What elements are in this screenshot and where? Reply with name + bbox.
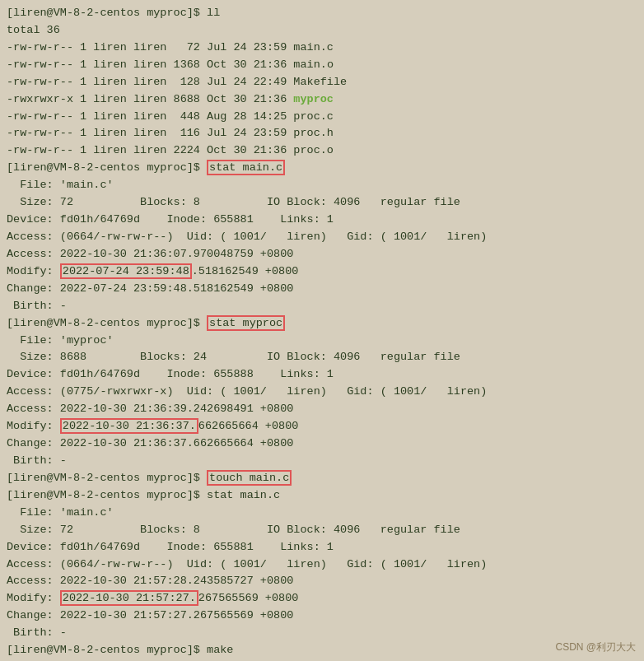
line-1: [liren@VM-8-2-centos myproc]$ ll [7, 5, 637, 22]
line-20: File: 'myproc' [7, 333, 637, 350]
line-29: [liren@VM-8-2-centos myproc]$ stat main.… [7, 487, 637, 505]
line-10: [liren@VM-8-2-centos myproc]$ stat main.… [7, 160, 637, 177]
myproc-filename: myproc [293, 93, 334, 105]
cmd-stat-mainc: stat main.c [207, 160, 285, 175]
modify-time-mainc-2: 2022-10-30 21:57:27. [60, 590, 198, 606]
line-24: Access: 2022-10-30 21:36:39.242698491 +0… [7, 401, 637, 418]
line-9: -rw-rw-r-- 1 liren liren 2224 Oct 30 21:… [7, 142, 637, 160]
modify-time-myproc: 2022-10-30 21:36:37. [60, 418, 198, 434]
line-17: Change: 2022-07-24 23:59:48.518162549 +0… [7, 281, 637, 298]
line-4: -rw-rw-r-- 1 liren liren 1368 Oct 30 21:… [7, 57, 637, 74]
terminal-window: [liren@VM-8-2-centos myproc]$ ll total 3… [0, 0, 644, 661]
line-25: Modify: 2022-10-30 21:36:37.662665664 +0… [7, 418, 637, 435]
line-33: Access: (0664/-rw-rw-r--) Uid: ( 1001/ l… [7, 556, 637, 574]
line-19: [liren@VM-8-2-centos myproc]$ stat mypro… [7, 315, 637, 333]
line-22: Device: fd01h/64769d Inode: 655888 Links… [7, 366, 637, 384]
line-11: File: 'main.c' [7, 177, 637, 194]
line-18: Birth: - [7, 298, 637, 315]
line-13: Device: fd01h/64769d Inode: 655881 Links… [7, 212, 637, 229]
line-5: -rw-rw-r-- 1 liren liren 128 Jul 24 22:4… [7, 74, 637, 91]
line-2: total 36 [7, 22, 637, 40]
line-15: Access: 2022-10-30 21:36:07.970048759 +0… [7, 246, 637, 263]
modify-time-mainc-1: 2022-07-24 23:59:48 [60, 263, 192, 279]
line-8: -rw-rw-r-- 1 liren liren 116 Jul 24 23:5… [7, 125, 637, 142]
line-30: File: 'main.c' [7, 505, 637, 522]
line-31: Size: 72 Blocks: 8 IO Block: 4096 regula… [7, 522, 637, 539]
line-14: Access: (0664/-rw-rw-r--) Uid: ( 1001/ l… [7, 229, 637, 246]
watermark: CSDN @利刃大大 [555, 640, 636, 654]
oct-text: Oct [207, 58, 226, 71]
line-37: Birth: - [7, 625, 637, 642]
cmd-stat-myproc: stat myproc [207, 315, 285, 331]
cmd-touch-mainc: touch main.c [207, 470, 292, 486]
prompt-1: [liren@VM-8-2-centos myproc]$ ll [7, 7, 220, 19]
line-34: Access: 2022-10-30 21:57:28.243585727 +0… [7, 573, 637, 590]
line-26: Change: 2022-10-30 21:36:37.662665664 +0… [7, 435, 637, 453]
line-23: Access: (0775/-rwxrwxr-x) Uid: ( 1001/ l… [7, 384, 637, 401]
line-32: Device: fd01h/64769d Inode: 655881 Links… [7, 539, 637, 556]
line-27: Birth: - [7, 453, 637, 470]
line-6: -rwxrwxr-x 1 liren liren 8688 Oct 30 21:… [7, 91, 637, 109]
line-28: [liren@VM-8-2-centos myproc]$ touch main… [7, 470, 637, 487]
line-7: -rw-rw-r-- 1 liren liren 448 Aug 28 14:2… [7, 109, 637, 126]
line-3: -rw-rw-r-- 1 liren liren 72 Jul 24 23:59… [7, 40, 637, 57]
line-16: Modify: 2022-07-24 23:59:48.518162549 +0… [7, 263, 637, 281]
line-35: Modify: 2022-10-30 21:57:27.267565569 +0… [7, 590, 637, 607]
line-38: [liren@VM-8-2-centos myproc]$ make [7, 642, 637, 659]
line-36: Change: 2022-10-30 21:57:27.267565569 +0… [7, 607, 637, 625]
line-21: Size: 8688 Blocks: 24 IO Block: 4096 reg… [7, 349, 637, 366]
line-12: Size: 72 Blocks: 8 IO Block: 4096 regula… [7, 194, 637, 212]
